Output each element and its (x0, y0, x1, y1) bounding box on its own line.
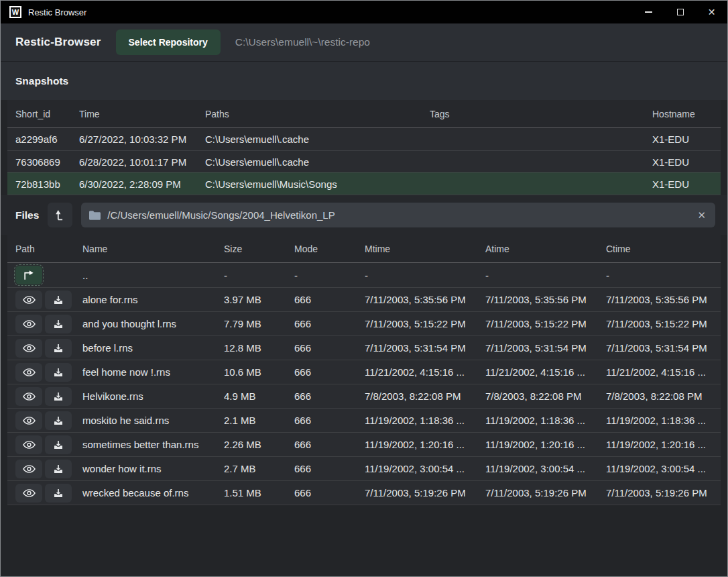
download-file-button[interactable] (45, 484, 72, 503)
file-atime: 7/11/2003, 5:19:26 PM (485, 487, 606, 499)
column-header-name: Name (82, 244, 224, 254)
clear-path-button[interactable]: ✕ (696, 209, 707, 221)
file-mode: 666 (294, 487, 365, 499)
file-mode: 666 (294, 439, 365, 450)
view-file-button[interactable] (15, 291, 42, 309)
file-size: 2.26 MB (224, 439, 294, 450)
download-icon (53, 439, 64, 450)
file-atime: - (485, 270, 606, 281)
file-row[interactable]: and you thought l.rns 7.79 MB 666 7/11/2… (7, 311, 721, 335)
file-row[interactable]: before l.rns 12.8 MB 666 7/11/2003, 5:31… (7, 335, 721, 360)
snapshot-hostname: X1-EDU (652, 134, 713, 145)
file-size: 2.7 MB (224, 463, 294, 474)
eye-icon (23, 295, 36, 305)
row-actions (15, 266, 82, 284)
file-atime: 7/11/2003, 5:35:56 PM (485, 294, 606, 305)
row-actions (15, 484, 82, 503)
row-actions (15, 435, 82, 454)
file-name: .. (82, 270, 224, 281)
view-file-button[interactable] (15, 484, 42, 503)
file-row[interactable]: wonder how it.rns 2.7 MB 666 11/19/2002,… (7, 456, 721, 480)
snapshots-table: Short_id Time Paths Tags Hostname a2299a… (7, 100, 721, 195)
file-name: wonder how it.rns (82, 463, 224, 474)
eye-icon (23, 440, 36, 450)
row-actions (15, 411, 82, 430)
column-header-size: Size (224, 244, 294, 254)
snapshots-rows: a2299af6 6/27/2022, 10:03:32 PM C:\Users… (7, 128, 721, 195)
file-row[interactable]: wrecked because of.rns 1.51 MB 666 7/11/… (7, 480, 721, 505)
view-file-button[interactable] (15, 460, 42, 478)
download-file-button[interactable] (45, 460, 72, 478)
eye-icon (23, 464, 36, 474)
snapshot-short-id: a2299af6 (15, 134, 79, 145)
download-file-button[interactable] (45, 435, 72, 454)
snapshot-row[interactable]: 72b813bb 6/30/2022, 2:28:09 PM C:\Users\… (7, 172, 721, 195)
file-name: alone for.rns (82, 294, 224, 305)
row-actions (15, 339, 82, 358)
files-bar: Files /C/Users/emuell/Music/Songs/2004_H… (1, 195, 727, 235)
download-file-button[interactable] (45, 315, 72, 333)
file-row[interactable]: feel home now !.rns 10.6 MB 666 11/21/20… (7, 360, 721, 384)
parent-directory-row[interactable]: .. - - - - - (7, 263, 721, 287)
app-window: W Restic Browser ✕ Restic-Browser Select… (0, 0, 728, 577)
file-mtime: 11/21/2002, 4:15:16 ... (365, 366, 485, 378)
file-row[interactable]: Helvikone.rns 4.9 MB 666 7/8/2003, 8:22:… (7, 384, 721, 408)
download-icon (53, 295, 64, 305)
row-actions (15, 460, 82, 478)
download-file-button[interactable] (45, 387, 72, 406)
snapshots-heading: Snapshots (15, 75, 68, 87)
file-mode: 666 (294, 318, 365, 329)
view-file-button[interactable] (15, 363, 42, 382)
eye-icon (23, 488, 36, 498)
snapshot-time: 6/27/2022, 10:03:32 PM (79, 134, 205, 145)
download-icon (53, 464, 64, 474)
minimize-button[interactable] (633, 1, 664, 23)
file-ctime: 11/19/2002, 1:18:36 ... (606, 415, 713, 426)
download-icon (53, 367, 64, 378)
download-file-button[interactable] (45, 339, 72, 358)
file-row[interactable]: moskito he said.rns 2.1 MB 666 11/19/200… (7, 408, 721, 432)
path-bar[interactable]: /C/Users/emuell/Music/Songs/2004_Helveti… (81, 203, 715, 227)
row-actions (15, 315, 82, 333)
snapshot-row[interactable]: 76306869 6/28/2022, 10:01:17 PM C:\Users… (7, 150, 721, 172)
file-mode: 666 (294, 463, 365, 474)
view-file-button[interactable] (15, 411, 42, 430)
column-header-mtime: Mtime (365, 244, 485, 254)
window-title: Restic Browser (28, 7, 86, 17)
download-file-button[interactable] (45, 411, 72, 430)
files-table: Path Name Size Mode Mtime Atime Ctime ..… (7, 235, 721, 505)
snapshot-paths: C:\Users\emuell\.cache (205, 134, 430, 145)
up-level-button[interactable] (48, 203, 72, 227)
maximize-button[interactable] (664, 1, 696, 23)
eye-icon (23, 392, 36, 401)
download-file-button[interactable] (45, 363, 72, 382)
file-mtime: 7/11/2003, 5:19:26 PM (365, 487, 485, 499)
file-row[interactable]: alone for.rns 3.97 MB 666 7/11/2003, 5:3… (7, 287, 721, 311)
select-repository-button[interactable]: Select Repository (116, 30, 221, 55)
files-table-header: Path Name Size Mode Mtime Atime Ctime (7, 235, 721, 263)
download-file-button[interactable] (45, 291, 72, 309)
view-file-button[interactable] (15, 339, 42, 358)
file-mode: 666 (294, 390, 365, 402)
view-file-button[interactable] (15, 315, 42, 333)
app-icon: W (9, 6, 21, 18)
file-row[interactable]: sometimes better than.rns 2.26 MB 666 11… (7, 432, 721, 456)
view-file-button[interactable] (15, 435, 42, 454)
snapshot-row[interactable]: a2299af6 6/27/2022, 10:03:32 PM C:\Users… (7, 128, 721, 150)
snapshots-section-heading: Snapshots (1, 61, 727, 100)
file-ctime: 7/11/2003, 5:35:56 PM (606, 294, 713, 305)
go-to-parent-button[interactable] (15, 266, 42, 284)
close-button[interactable]: ✕ (696, 1, 727, 23)
view-file-button[interactable] (15, 387, 42, 406)
minimize-icon (645, 11, 652, 13)
row-actions (15, 363, 82, 382)
file-mtime: 11/19/2002, 3:00:54 ... (365, 463, 485, 474)
file-atime: 7/11/2003, 5:31:54 PM (485, 342, 606, 354)
files-rows: .. - - - - - alone for.rns 3.97 MB 666 7… (7, 263, 721, 505)
file-mtime: 7/11/2003, 5:35:56 PM (365, 294, 485, 305)
file-name: wrecked because of.rns (82, 487, 224, 499)
eye-icon (23, 368, 36, 377)
download-icon (53, 319, 64, 329)
file-atime: 11/19/2002, 3:00:54 ... (485, 463, 606, 474)
snapshot-time: 6/30/2022, 2:28:09 PM (79, 178, 205, 190)
